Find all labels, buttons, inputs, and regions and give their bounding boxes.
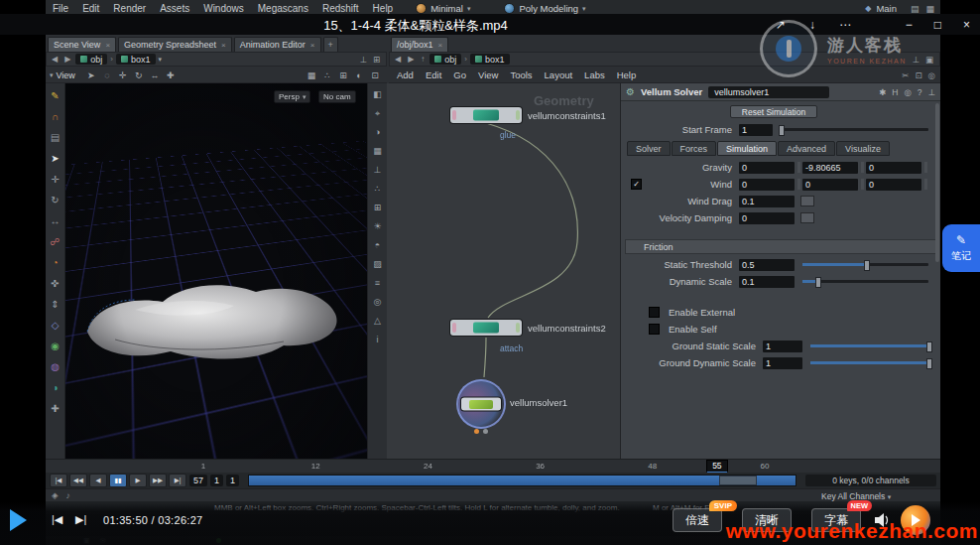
viewport-layout-icon[interactable]: ◧ [371,88,384,101]
group-list-icon[interactable]: ≡ [371,277,384,290]
value-ladder-icon[interactable] [861,179,864,190]
volume-icon[interactable] [873,512,893,528]
pane-tab-scene-view[interactable]: Scene View× [48,37,116,52]
menubar-menu-file[interactable]: File [46,3,75,14]
params-scrollbar[interactable] [935,103,939,262]
rotate-tool-icon[interactable]: ↻ [131,70,147,80]
param-slider[interactable] [810,344,928,347]
shading-mode-icon[interactable]: ◐ [351,70,367,80]
slider-handle[interactable] [864,260,870,271]
slider-handle[interactable] [926,358,932,369]
notes-button[interactable]: ✎ 笔记 [942,224,980,272]
lighting-icon[interactable]: ☀ [371,220,384,233]
param-field[interactable]: 0.5 [739,259,795,271]
snip-wire-icon[interactable]: ✂ [902,70,909,80]
misc-tool-icon[interactable]: ✚ [49,402,62,416]
param-field[interactable]: -9.80665 [802,162,858,174]
path-item-box1[interactable]: box1 [116,54,156,65]
play-reverse-button[interactable]: ◀ [89,474,107,487]
param-field[interactable]: 0.1 [739,196,795,207]
tumble-icon[interactable]: ◔ [49,256,62,270]
network-search-icon[interactable]: ◎ [928,70,935,80]
value-ladder-icon[interactable] [861,162,864,173]
render-icon[interactable]: ◑ [49,381,62,395]
next-keyframe-button[interactable]: ▶▶ [149,474,167,487]
desktop-grid-icon[interactable]: ▤ [911,4,919,14]
grid-toggle-icon[interactable]: ⊞ [371,202,384,214]
timeline-ruler[interactable]: 11224364860 55 [46,459,940,474]
scene-viewport[interactable]: Persp ▾ No cam [65,83,367,459]
param-field[interactable]: 0 [739,162,795,174]
menubar-menu-edit[interactable]: Edit [75,3,106,14]
param-field[interactable]: 0 [739,179,795,191]
houdini-help-icon[interactable]: H [892,87,898,97]
shading-icon[interactable]: ◑ [371,126,384,139]
wireframe-icon[interactable]: ▦ [371,145,384,158]
network-menu-view[interactable]: View [472,69,504,80]
param-tab-solver[interactable]: Solver [627,141,671,156]
jump-end-button[interactable]: ▶| [169,474,186,487]
audio-scrub-icon[interactable]: ♪ [66,490,70,500]
value-ladder-icon[interactable] [924,162,927,173]
handles-tool-icon[interactable]: ✚ [163,70,179,80]
camera-icon[interactable]: ⌖ [371,107,384,120]
desktop-panes-icon[interactable]: ▦ [925,4,934,14]
view-mode-dropdown[interactable]: ▾ View [50,70,75,80]
playhead[interactable]: 55 [706,460,728,474]
current-frame-field[interactable]: 57 [189,475,207,486]
menubar-menu-render[interactable]: Render [106,3,153,14]
range-start-field[interactable]: 1 [210,475,223,486]
more-icon[interactable]: ⋯ [839,18,851,32]
lock-network-icon[interactable]: ▣ [925,55,933,65]
friction-section-header[interactable]: Friction [625,239,936,254]
menubar-menu-help[interactable]: Help [366,3,401,14]
jump-start-button[interactable]: |◀ [50,474,67,487]
network-menu-edit[interactable]: Edit [420,69,447,80]
param-field[interactable]: 0 [739,212,795,224]
pose-icon[interactable]: ☍ [49,235,62,249]
up-icon[interactable]: ↑ [419,55,427,64]
frame-range-slider[interactable] [248,475,796,486]
subtitle-button[interactable]: 字幕 NEW [811,508,861,532]
network-menu-labs[interactable]: Labs [578,69,611,80]
node-vellumconstraints1[interactable] [450,107,522,123]
prev-keyframe-button[interactable]: ◀◀ [69,474,87,487]
param-field[interactable]: 1 [763,357,802,369]
close-icon[interactable]: × [963,18,970,32]
shelf-tab-selector[interactable]: Poly Modeling ▾ [504,3,585,14]
range-end-field[interactable]: 1 [226,475,239,486]
quality-button[interactable]: 清晰 [742,508,792,532]
param-tab-forces[interactable]: Forces [672,141,717,156]
no-cam-pill[interactable]: No cam [318,90,356,103]
rotate-icon[interactable]: ↻ [49,194,62,207]
play-video-button[interactable] [10,509,27,531]
path-item-obj[interactable]: obj [429,54,461,65]
param-field[interactable]: 0 [866,162,921,174]
play-button[interactable]: ▶ [129,474,147,487]
param-field[interactable]: 0 [866,179,921,191]
shadows-icon[interactable]: ◓ [371,239,384,252]
search-params-icon[interactable]: ◎ [904,87,911,97]
path-item-obj[interactable]: obj [75,54,107,65]
param-slider[interactable] [802,280,928,283]
translate-icon[interactable]: ✛ [49,173,62,187]
snap-points-icon[interactable]: ∴ [319,70,335,80]
checkbox[interactable] [649,324,660,335]
select-tool-icon[interactable]: ➤ [83,70,99,80]
value-ladder-icon[interactable] [800,212,814,223]
magnet-shelf-icon[interactable]: ∩ [49,110,62,124]
playback-speed-button[interactable]: 倍速 SVIP [673,508,722,532]
normals-icon[interactable]: ⊥ [371,164,384,177]
next-video-icon[interactable]: ▶| [75,513,86,526]
node-vellumconstraints2[interactable] [450,320,522,336]
network-menu-help[interactable]: Help [611,69,643,80]
pause-button[interactable]: ▮▮ [109,474,127,487]
reset-simulation-button[interactable]: Reset Simulation [730,105,817,118]
previous-video-icon[interactable]: |◀ [52,513,62,526]
network-editor[interactable]: Geometry vellumconstraints1 glue vellumc… [387,83,620,459]
node-vellumsolver1[interactable] [456,379,506,429]
snap-grid-icon[interactable]: ▦ [304,70,319,80]
value-ladder-icon[interactable] [797,179,800,190]
value-ladder-icon[interactable] [797,162,800,173]
camera-menu-pill[interactable]: Persp ▾ [274,90,310,103]
